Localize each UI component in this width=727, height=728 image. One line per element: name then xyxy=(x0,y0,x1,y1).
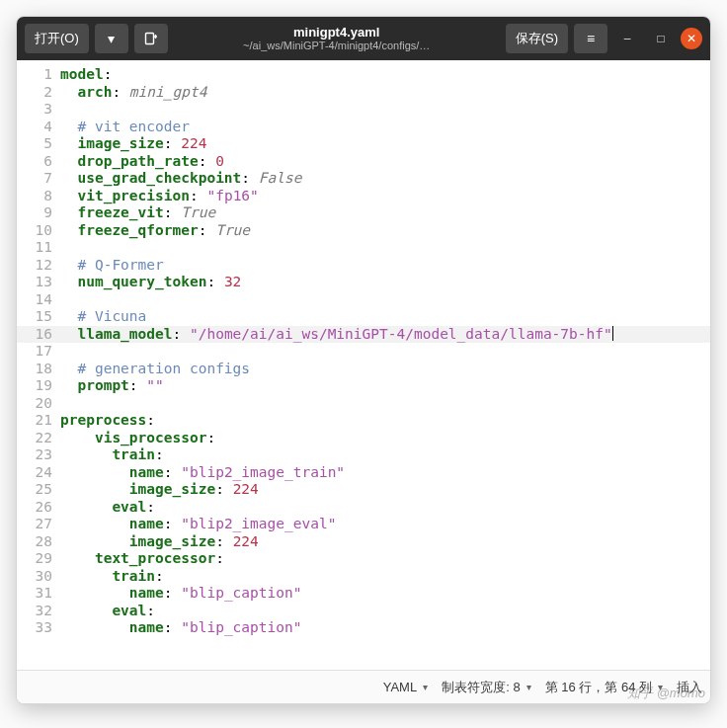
code-line[interactable]: 25 image_size: 224 xyxy=(17,481,710,499)
cursor-position[interactable]: 第 16 行，第 64 列 xyxy=(545,679,663,696)
line-number: 12 xyxy=(17,257,60,275)
code-content: freeze_vit: True xyxy=(60,204,710,222)
code-line[interactable]: 21preprocess: xyxy=(17,412,710,430)
line-number: 15 xyxy=(17,308,60,326)
code-line[interactable]: 31 name: "blip_caption" xyxy=(17,585,710,603)
code-content: # vit encoder xyxy=(60,119,710,136)
code-line[interactable]: 18 # generation configs xyxy=(17,361,710,378)
code-line[interactable]: 20 xyxy=(17,395,710,413)
code-line[interactable]: 10 freeze_qformer: True xyxy=(17,222,710,240)
line-number: 10 xyxy=(17,222,60,240)
code-line[interactable]: 6 drop_path_rate: 0 xyxy=(17,153,710,171)
code-content: name: "blip_caption" xyxy=(60,619,710,637)
code-line[interactable]: 2 arch: mini_gpt4 xyxy=(17,84,710,102)
code-line[interactable]: 19 prompt: "" xyxy=(17,377,710,395)
line-number: 18 xyxy=(17,361,60,378)
code-line[interactable]: 12 # Q-Former xyxy=(17,257,710,275)
code-line[interactable]: 1model: xyxy=(17,66,710,84)
code-line[interactable]: 27 name: "blip2_image_eval" xyxy=(17,516,710,533)
line-number: 26 xyxy=(17,499,60,517)
code-content xyxy=(60,291,710,309)
window-title: minigpt4.yaml xyxy=(174,25,500,40)
code-content: drop_path_rate: 0 xyxy=(60,153,710,171)
line-number: 32 xyxy=(17,603,60,620)
line-number: 27 xyxy=(17,516,60,533)
code-line[interactable]: 32 eval: xyxy=(17,603,710,620)
code-content: # Q-Former xyxy=(60,257,710,275)
line-number: 29 xyxy=(17,550,60,568)
code-line[interactable]: 13 num_query_token: 32 xyxy=(17,274,710,291)
minimize-button[interactable]: – xyxy=(613,25,641,52)
close-button[interactable]: ✕ xyxy=(681,28,702,49)
code-line[interactable]: 4 # vit encoder xyxy=(17,119,710,136)
save-button[interactable]: 保存(S) xyxy=(506,24,568,53)
new-tab-button[interactable] xyxy=(134,24,168,53)
code-content: text_processor: xyxy=(60,550,710,568)
save-button-label: 保存(S) xyxy=(516,30,558,47)
maximize-button[interactable]: □ xyxy=(647,25,675,52)
code-line[interactable]: 8 vit_precision: "fp16" xyxy=(17,188,710,205)
line-number: 9 xyxy=(17,204,60,222)
line-number: 24 xyxy=(17,464,60,482)
code-line[interactable]: 23 train: xyxy=(17,446,710,464)
line-number: 2 xyxy=(17,84,60,102)
code-content xyxy=(60,101,710,119)
line-number: 1 xyxy=(17,66,60,84)
open-dropdown-button[interactable]: ▾ xyxy=(95,24,128,53)
code-content: num_query_token: 32 xyxy=(60,274,710,291)
line-number: 23 xyxy=(17,446,60,464)
code-line[interactable]: 3 xyxy=(17,101,710,119)
code-content: train: xyxy=(60,446,710,464)
code-content: eval: xyxy=(60,499,710,517)
svg-rect-0 xyxy=(145,34,153,44)
line-number: 28 xyxy=(17,533,60,551)
line-number: 7 xyxy=(17,170,60,188)
open-button[interactable]: 打开(O) xyxy=(25,24,89,53)
line-number: 19 xyxy=(17,377,60,395)
line-number: 33 xyxy=(17,619,60,637)
language-selector[interactable]: YAML xyxy=(383,680,428,694)
code-content: llama_model: "/home/ai/ai_ws/MiniGPT-4/m… xyxy=(60,326,710,344)
code-line[interactable]: 33 name: "blip_caption" xyxy=(17,619,710,637)
code-content: name: "blip_caption" xyxy=(60,585,710,603)
menu-button[interactable]: ≡ xyxy=(574,24,607,53)
code-line[interactable]: 14 xyxy=(17,291,710,309)
window-subtitle: ~/ai_ws/MiniGPT-4/minigpt4/configs/… xyxy=(174,40,500,52)
code-line[interactable]: 11 xyxy=(17,239,710,257)
titlebar: 打开(O) ▾ minigpt4.yaml ~/ai_ws/MiniGPT-4/… xyxy=(17,17,710,60)
line-number: 11 xyxy=(17,239,60,257)
code-line[interactable]: 7 use_grad_checkpoint: False xyxy=(17,170,710,188)
code-content: freeze_qformer: True xyxy=(60,222,710,240)
code-line[interactable]: 26 eval: xyxy=(17,499,710,517)
insert-mode-label: 插入 xyxy=(677,679,702,696)
line-number: 22 xyxy=(17,430,60,447)
code-line[interactable]: 17 xyxy=(17,343,710,361)
new-tab-icon xyxy=(143,31,159,46)
line-number: 4 xyxy=(17,119,60,136)
insert-mode[interactable]: 插入 xyxy=(677,679,702,696)
code-line[interactable]: 29 text_processor: xyxy=(17,550,710,568)
code-line[interactable]: 5 image_size: 224 xyxy=(17,135,710,153)
line-number: 8 xyxy=(17,188,60,205)
line-number: 13 xyxy=(17,274,60,291)
line-number: 14 xyxy=(17,291,60,309)
code-content: eval: xyxy=(60,603,710,620)
code-content: use_grad_checkpoint: False xyxy=(60,170,710,188)
line-number: 20 xyxy=(17,395,60,413)
code-line[interactable]: 16 llama_model: "/home/ai/ai_ws/MiniGPT-… xyxy=(17,326,710,344)
code-content: # generation configs xyxy=(60,361,710,378)
code-content: image_size: 224 xyxy=(60,135,710,153)
code-content: vit_precision: "fp16" xyxy=(60,188,710,205)
cursor-position-label: 第 16 行，第 64 列 xyxy=(545,679,652,696)
code-content xyxy=(60,343,710,361)
code-line[interactable]: 24 name: "blip2_image_train" xyxy=(17,464,710,482)
code-line[interactable]: 15 # Vicuna xyxy=(17,308,710,326)
code-line[interactable]: 22 vis_processor: xyxy=(17,430,710,447)
code-editor[interactable]: 1model:2 arch: mini_gpt434 # vit encoder… xyxy=(17,60,710,670)
line-number: 21 xyxy=(17,412,60,430)
code-content: image_size: 224 xyxy=(60,533,710,551)
tab-width-selector[interactable]: 制表符宽度: 8 xyxy=(442,679,530,696)
code-line[interactable]: 28 image_size: 224 xyxy=(17,533,710,551)
code-line[interactable]: 30 train: xyxy=(17,568,710,586)
code-line[interactable]: 9 freeze_vit: True xyxy=(17,204,710,222)
